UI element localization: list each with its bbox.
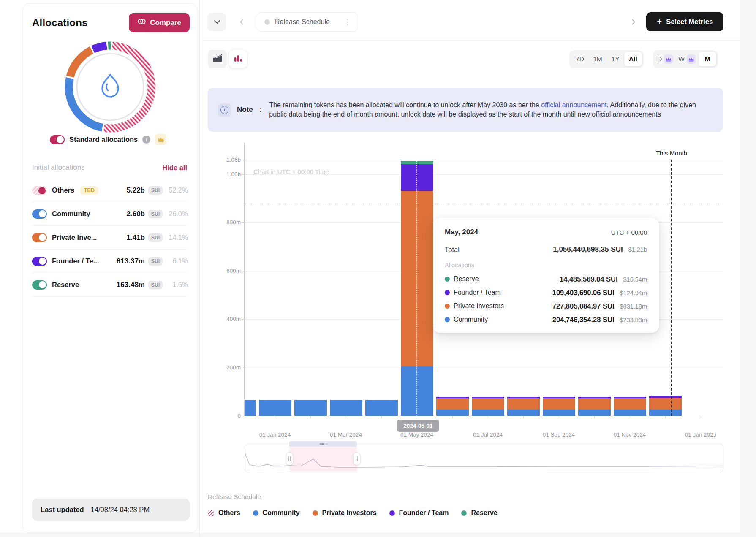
tooltip-timezone: UTC + 00:00 <box>611 229 647 236</box>
area-chart-type-button[interactable] <box>208 50 227 68</box>
bottom-strip <box>0 533 740 537</box>
note-banner: i Note : The remaining tokens has been a… <box>208 88 723 132</box>
kebab-menu-icon[interactable]: ⋮ <box>344 19 351 26</box>
crown-icon <box>664 54 673 64</box>
tooltip-row-community: Community204,746,354.28 SUI$233.83m <box>445 313 647 326</box>
mode-w[interactable]: W <box>676 52 699 66</box>
bar-dec-2023-community[interactable] <box>245 400 256 416</box>
bar-dec-2024-others[interactable] <box>649 398 682 399</box>
bar-jul-2024-founder-team[interactable] <box>472 397 504 398</box>
y-tick-label: 600m <box>211 267 241 275</box>
bar-dec-2024-community[interactable] <box>649 410 682 416</box>
allocation-percent: 52.2% <box>166 187 188 194</box>
brush-selection-strip[interactable] <box>289 441 357 447</box>
bar-oct-2024-private-investors[interactable] <box>578 398 611 410</box>
legend-item-private-investors[interactable]: Private Investors <box>313 509 377 517</box>
legend-label: Reserve <box>471 509 497 517</box>
next-series-button[interactable] <box>630 18 634 26</box>
hide-all-link[interactable]: Hide all <box>162 164 187 172</box>
compare-button[interactable]: Compare <box>129 13 190 32</box>
bar-jul-2024-community[interactable] <box>472 410 504 416</box>
bar-oct-2024-community[interactable] <box>578 410 611 416</box>
range-7d[interactable]: 7D <box>571 52 589 66</box>
bar-jan-2024-community[interactable] <box>259 400 291 416</box>
series-dot-icon <box>264 19 270 25</box>
collapse-panel-button[interactable] <box>207 13 226 31</box>
chevron-right-icon <box>629 19 635 25</box>
bar-sep-2024-founder-team[interactable] <box>543 397 575 398</box>
bar-jul-2024-private-investors[interactable] <box>472 398 504 410</box>
sui-unit-chip: SUI <box>148 233 163 242</box>
dashed-threshold-line <box>245 204 723 204</box>
tooltip-total-label: Total <box>445 246 460 254</box>
legend-item-founder-team[interactable]: Founder / Team <box>389 509 449 517</box>
bar-may-2024-community[interactable] <box>401 366 433 416</box>
series-dot-icon <box>445 277 450 282</box>
brush-selection[interactable] <box>289 444 357 472</box>
legend-label: Community <box>263 509 300 517</box>
bar-aug-2024-private-investors[interactable] <box>507 398 540 410</box>
mode-m[interactable]: M <box>699 52 716 66</box>
allocation-toggle-founder-te-[interactable] <box>32 257 47 266</box>
allocation-name: Founder / Te... <box>52 257 99 265</box>
range-1m[interactable]: 1M <box>589 52 606 66</box>
bar-feb-2024-community[interactable] <box>294 400 327 416</box>
bar-dec-2024-private-investors[interactable] <box>649 398 682 410</box>
bar-dec-2024-founder-team[interactable] <box>649 396 682 397</box>
bar-nov-2024-private-investors[interactable] <box>614 398 646 410</box>
allocation-row: Private Inve...1.41bSUI14.1% <box>32 226 188 250</box>
y-tick-label: 1.06b <box>211 156 241 164</box>
x-tick-label: 01 Jan 2024 <box>247 431 302 438</box>
tooltip-section-label: Allocations <box>445 262 647 268</box>
legend-item-others[interactable]: Others <box>208 509 240 517</box>
bar-jun-2024-community[interactable] <box>436 410 469 416</box>
bar-may-2024-reserve[interactable] <box>401 161 433 164</box>
bar-may-2024-founder-team[interactable] <box>401 164 433 191</box>
official-announcement-link[interactable]: official announcement <box>541 101 606 108</box>
tooltip-series-value: 204,746,354.28 SUI <box>552 316 615 324</box>
allocation-name: Others <box>52 186 74 194</box>
tbd-badge: TBD <box>80 186 98 195</box>
bar-sep-2024-community[interactable] <box>543 410 575 416</box>
compare-label: Compare <box>150 19 181 27</box>
bar-oct-2024-founder-team[interactable] <box>578 397 611 398</box>
crosshair-line <box>416 161 417 416</box>
legend-item-reserve[interactable]: Reserve <box>461 509 497 517</box>
allocation-toggle-others[interactable] <box>32 186 47 195</box>
range-1y[interactable]: 1Y <box>606 52 624 66</box>
bar-apr-2024-community[interactable] <box>365 400 398 416</box>
allocation-toggle-reserve[interactable] <box>32 280 47 290</box>
info-icon[interactable]: i <box>142 136 150 144</box>
bar-may-2024-private-investors[interactable] <box>401 191 433 366</box>
bar-chart-type-button[interactable] <box>228 50 247 68</box>
bar-aug-2024-community[interactable] <box>507 410 540 416</box>
x-tick-mark <box>275 416 275 418</box>
bar-chart-icon <box>234 54 243 64</box>
tooltip-row-founder-team: Founder / Team109,403,690.06 SUI$124.94m <box>445 286 647 299</box>
legend-item-community[interactable]: Community <box>253 509 300 517</box>
series-dot-icon <box>445 304 450 309</box>
brush-handle-right[interactable] <box>353 452 360 465</box>
y-tick-mark <box>241 319 244 320</box>
bar-aug-2024-founder-team[interactable] <box>507 397 540 398</box>
allocation-amount: 1.41b <box>127 233 145 242</box>
series-pill-release-schedule[interactable]: Release Schedule ⋮ <box>256 12 358 32</box>
range-all[interactable]: All <box>624 52 642 66</box>
y-tick-mark <box>241 271 244 271</box>
bar-jun-2024-founder-team[interactable] <box>436 397 469 398</box>
brush-handle-left[interactable] <box>286 452 293 465</box>
mode-d[interactable]: D <box>655 52 676 66</box>
bar-nov-2024-founder-team[interactable] <box>614 397 646 398</box>
prev-series-button[interactable] <box>241 18 245 26</box>
allocation-toggle-community[interactable] <box>32 209 47 219</box>
bar-sep-2024-private-investors[interactable] <box>543 398 575 410</box>
bar-jun-2024-private-investors[interactable] <box>436 398 469 410</box>
select-metrics-button[interactable]: + Select Metrics <box>646 12 723 31</box>
standard-allocations-toggle[interactable] <box>50 135 65 144</box>
bar-mar-2024-community[interactable] <box>330 400 362 416</box>
tooltip-series-value: 727,805,084.97 SUI <box>552 302 615 310</box>
allocation-toggle-private-inve-[interactable] <box>32 233 47 242</box>
allocation-donut-chart <box>63 40 157 134</box>
y-tick-mark <box>241 160 244 160</box>
bar-nov-2024-community[interactable] <box>614 410 646 416</box>
